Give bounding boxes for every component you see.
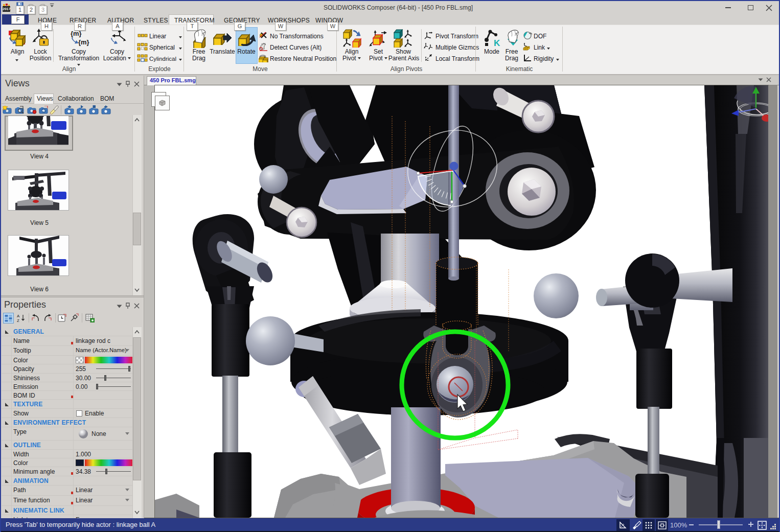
svg-text:{m}: {m} — [78, 38, 89, 46]
svg-text:Z: Z — [17, 318, 19, 322]
svg-text:K: K — [494, 38, 500, 48]
svg-text:{m}: {m} — [71, 30, 82, 37]
svg-text:A: A — [17, 314, 20, 318]
